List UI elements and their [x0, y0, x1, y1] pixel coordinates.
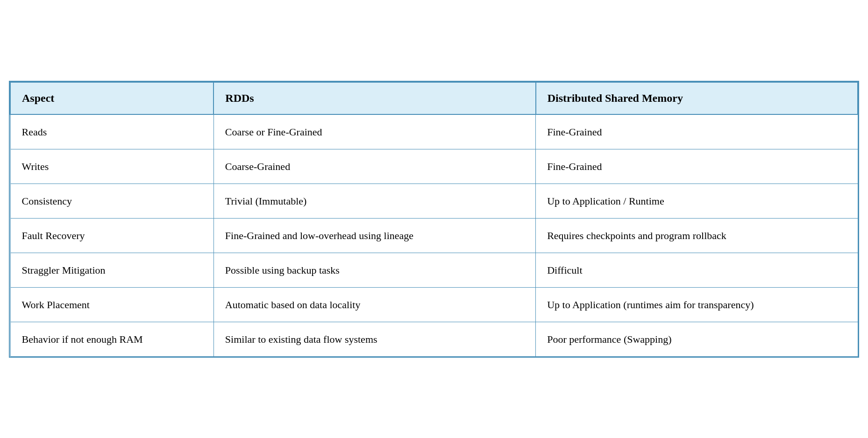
cell-aspect-3: Fault Recovery	[10, 218, 213, 253]
table-row: Work PlacementAutomatic based on data lo…	[10, 287, 858, 322]
cell-aspect-1: Writes	[10, 149, 213, 184]
header-aspect: Aspect	[10, 82, 213, 114]
header-dsm: Distributed Shared Memory	[536, 82, 858, 114]
cell-aspect-6: Behavior if not enough RAM	[10, 322, 213, 356]
table-header-row: Aspect RDDs Distributed Shared Memory	[10, 82, 858, 114]
cell-rdds-5: Automatic based on data locality	[213, 287, 535, 322]
cell-dsm-4: Difficult	[536, 253, 858, 287]
cell-aspect-0: Reads	[10, 114, 213, 149]
cell-rdds-0: Coarse or Fine-Grained	[213, 114, 535, 149]
cell-aspect-2: Consistency	[10, 184, 213, 218]
table-row: ReadsCoarse or Fine-GrainedFine-Grained	[10, 114, 858, 149]
comparison-table: Aspect RDDs Distributed Shared Memory Re…	[9, 81, 859, 358]
table-row: Fault RecoveryFine-Grained and low-overh…	[10, 218, 858, 253]
table-row: Straggler MitigationPossible using backu…	[10, 253, 858, 287]
cell-dsm-6: Poor performance (Swapping)	[536, 322, 858, 356]
cell-dsm-0: Fine-Grained	[536, 114, 858, 149]
cell-dsm-5: Up to Application (runtimes aim for tran…	[536, 287, 858, 322]
cell-dsm-3: Requires checkpoints and program rollbac…	[536, 218, 858, 253]
table-row: Behavior if not enough RAMSimilar to exi…	[10, 322, 858, 356]
cell-rdds-1: Coarse-Grained	[213, 149, 535, 184]
header-rdds: RDDs	[213, 82, 535, 114]
table-row: ConsistencyTrivial (Immutable)Up to Appl…	[10, 184, 858, 218]
cell-dsm-2: Up to Application / Runtime	[536, 184, 858, 218]
cell-aspect-4: Straggler Mitigation	[10, 253, 213, 287]
cell-rdds-4: Possible using backup tasks	[213, 253, 535, 287]
cell-rdds-6: Similar to existing data flow systems	[213, 322, 535, 356]
cell-dsm-1: Fine-Grained	[536, 149, 858, 184]
table-row: WritesCoarse-GrainedFine-Grained	[10, 149, 858, 184]
cell-rdds-2: Trivial (Immutable)	[213, 184, 535, 218]
cell-rdds-3: Fine-Grained and low-overhead using line…	[213, 218, 535, 253]
cell-aspect-5: Work Placement	[10, 287, 213, 322]
